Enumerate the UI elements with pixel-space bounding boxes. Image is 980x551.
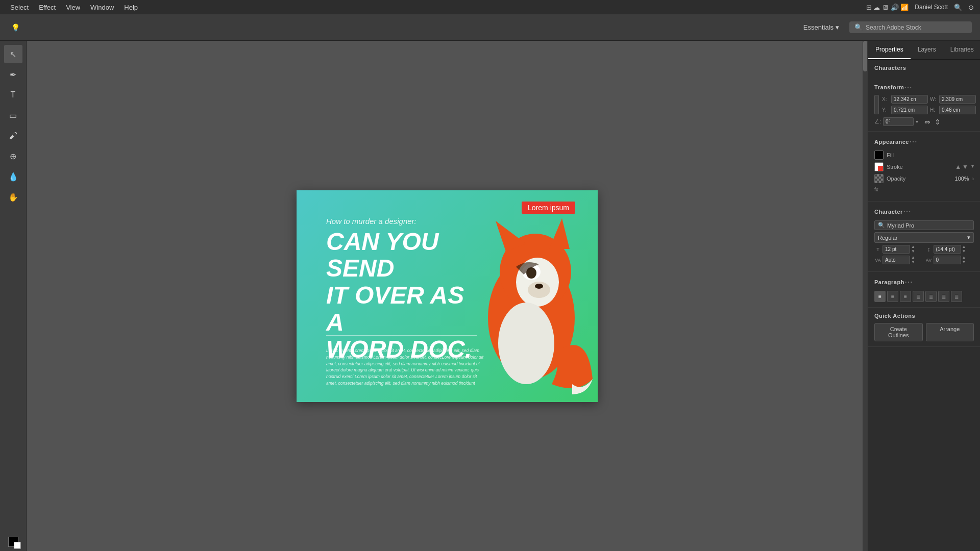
stroke-color-swatch[interactable] <box>874 162 884 171</box>
text-tool[interactable]: T <box>4 86 22 104</box>
menu-help[interactable]: Help <box>120 3 142 12</box>
hand-tool[interactable]: ✋ <box>4 188 22 206</box>
justify-left-btn[interactable]: ≣ <box>913 291 924 302</box>
font-size-spinners: ▲ ▼ <box>911 245 915 254</box>
tab-libraries[interactable]: Libraries <box>943 41 980 59</box>
leading-spinners: ▲ ▼ <box>962 245 966 254</box>
arrange-button[interactable]: Arrange <box>926 323 974 341</box>
essentials-label: Essentials <box>803 23 834 31</box>
angle-dropdown-arrow[interactable]: ▾ <box>916 119 918 124</box>
h-label: H: <box>930 107 937 113</box>
kerning-input[interactable] <box>934 256 961 264</box>
font-size-up[interactable]: ▲ <box>911 245 915 249</box>
menu-window[interactable]: Window <box>86 3 118 12</box>
y-label: Y: <box>882 107 889 113</box>
align-right-btn[interactable]: ≡ <box>900 291 911 302</box>
y-input[interactable] <box>891 106 928 114</box>
character-more[interactable]: ⋯ <box>903 207 911 216</box>
search-menu-icon[interactable]: 🔍 <box>954 4 962 11</box>
tracking-down[interactable]: ▼ <box>911 260 915 264</box>
paragraph-more[interactable]: ⋯ <box>904 277 913 287</box>
justify-center-btn[interactable]: ≣ <box>925 291 937 302</box>
search-adobe-stock[interactable]: 🔍 Search Adobe Stock <box>849 21 972 33</box>
font-size-down[interactable]: ▼ <box>911 249 915 254</box>
tab-layers[interactable]: Layers <box>911 41 943 59</box>
leading-up[interactable]: ▲ <box>962 245 966 249</box>
kerning-down[interactable]: ▼ <box>962 260 966 264</box>
chevron-down-icon: ▾ <box>836 23 839 31</box>
font-size-input[interactable] <box>883 245 910 254</box>
w-input[interactable] <box>939 95 976 104</box>
appearance-more[interactable]: ⋯ <box>909 137 917 146</box>
x-label: X: <box>882 96 889 102</box>
font-search-row[interactable]: 🔍 <box>874 220 974 230</box>
opacity-value: 100% <box>955 176 969 182</box>
menu-view[interactable]: View <box>62 3 84 12</box>
tab-properties[interactable]: Properties <box>868 41 911 59</box>
font-style-label: Regular <box>878 235 898 241</box>
appearance-title: Appearance <box>874 139 909 145</box>
create-outlines-button[interactable]: Create Outlines <box>874 323 923 341</box>
leading-down[interactable]: ▼ <box>962 249 966 254</box>
h-input[interactable] <box>939 106 976 114</box>
fill-color-swatch[interactable] <box>874 151 884 160</box>
flip-vertical-icon[interactable]: ⇕ <box>935 118 941 126</box>
transform-more[interactable]: ⋯ <box>904 82 912 92</box>
pen-tool[interactable]: ✒ <box>4 65 22 84</box>
user-name: Daniel Scott <box>915 4 948 11</box>
fill-row: Fill <box>874 151 974 160</box>
leading-input[interactable] <box>934 245 961 254</box>
notification-icon[interactable]: ⊙ <box>968 4 974 11</box>
justify-right-btn[interactable]: ≣ <box>938 291 949 302</box>
lightbulb-icon[interactable]: 💡 <box>8 20 22 35</box>
angle-input[interactable] <box>883 117 914 126</box>
essentials-button[interactable]: Essentials ▾ <box>799 21 843 33</box>
flip-horizontal-icon[interactable]: ⇔ <box>924 118 930 126</box>
main-area: ↖ ✒ T ▭ 🖌 ⊕ 💧 ✋ Lorem ipsum How to murde… <box>0 41 980 551</box>
leading-group: ↕ ▲ ▼ <box>925 245 974 254</box>
stroke-up-arrow[interactable]: ▲ <box>955 163 961 170</box>
menu-select[interactable]: Select <box>6 3 33 12</box>
canvas-scroll-thumb[interactable] <box>863 41 867 71</box>
stroke-options-arrow[interactable]: ▾ <box>971 163 974 170</box>
stroke-label: Stroke <box>887 164 952 170</box>
zoom-tool[interactable]: ⊕ <box>4 147 22 165</box>
canvas-area[interactable]: Lorem ipsum How to murder a designer: CA… <box>27 41 868 551</box>
font-style-dropdown[interactable]: Regular ▾ <box>874 232 974 243</box>
brush-tool[interactable]: 🖌 <box>4 127 22 145</box>
opacity-arrow[interactable]: › <box>972 176 974 182</box>
transform-reference-point[interactable] <box>874 95 879 114</box>
color-tools <box>8 537 18 547</box>
font-search-icon: 🔍 <box>878 222 885 229</box>
character-section: Character ⋯ 🔍 Regular ▾ T ▲ <box>868 202 980 272</box>
angle-label: ∠: <box>874 118 881 125</box>
align-left-btn[interactable]: ≡ <box>874 291 886 302</box>
card-divider <box>326 335 477 336</box>
paragraph-title: Paragraph <box>874 279 904 285</box>
tracking-input[interactable] <box>883 256 910 264</box>
fill-swatch[interactable] <box>8 537 18 547</box>
transform-w-field: W: <box>930 95 976 104</box>
align-center-btn[interactable]: ≡ <box>887 291 898 302</box>
leading-icon: ↕ <box>925 246 933 253</box>
transform-title: Transform <box>874 84 904 90</box>
characters-section: Characters <box>868 60 980 77</box>
shape-tool[interactable]: ▭ <box>4 106 22 124</box>
selection-tool[interactable]: ↖ <box>4 45 22 63</box>
x-input[interactable] <box>891 95 928 104</box>
justify-all-btn[interactable]: ≣ <box>951 291 962 302</box>
kerning-up[interactable]: ▲ <box>962 256 966 260</box>
canvas-scrollbar-vertical[interactable] <box>863 41 868 551</box>
font-name-input[interactable] <box>887 222 970 229</box>
kerning-icon: AV <box>925 258 933 263</box>
tracking-up[interactable]: ▲ <box>911 256 915 260</box>
tracking-group: VA ▲ ▼ <box>874 256 923 264</box>
left-toolbar: ↖ ✒ T ▭ 🖌 ⊕ 💧 ✋ <box>0 41 27 551</box>
fx-label: fx <box>874 186 878 193</box>
opacity-swatch[interactable] <box>874 174 884 183</box>
transform-icon-box-area: X: W: Y: H: <box>874 95 974 114</box>
menu-effect[interactable]: Effect <box>35 3 60 12</box>
stroke-down-arrow[interactable]: ▼ <box>962 163 968 170</box>
eyedropper-tool[interactable]: 💧 <box>4 167 22 186</box>
tracking-kerning-row: VA ▲ ▼ AV ▲ ▼ <box>874 256 974 264</box>
